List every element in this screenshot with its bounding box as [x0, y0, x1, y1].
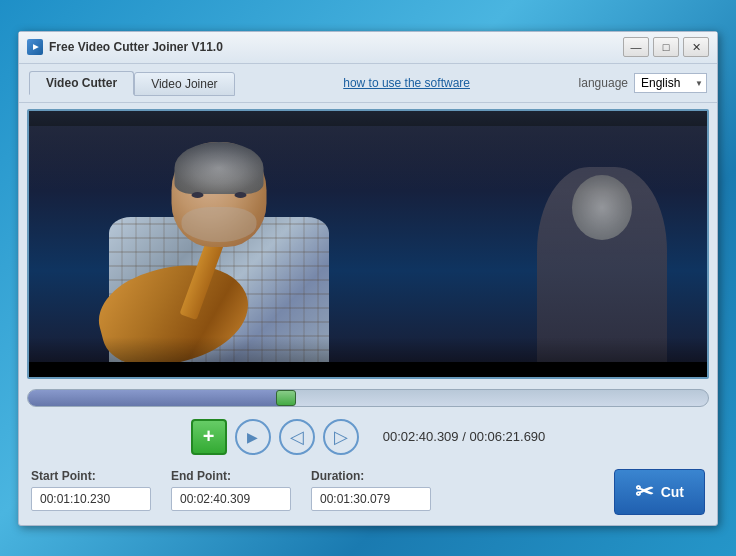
seek-bar-track[interactable]: [27, 389, 709, 407]
start-point-group: Start Point:: [31, 469, 151, 511]
time-display: 00:02:40.309 / 00:06:21.690: [383, 429, 546, 444]
cut-label: Cut: [661, 484, 684, 500]
current-time: 00:02:40.309: [383, 429, 459, 444]
language-label: language: [579, 76, 628, 90]
end-point-group: End Point:: [171, 469, 291, 511]
beard: [182, 207, 257, 242]
controls-row: + ▶ ◁ ▷ 00:02:40.309 / 00:06:21.690: [19, 411, 717, 463]
scissors-icon: ✂: [635, 479, 653, 505]
language-select[interactable]: English Chinese Spanish French German: [634, 73, 707, 93]
toolbar: Video Cutter Video Joiner how to use the…: [19, 64, 717, 103]
left-eye: [192, 192, 204, 198]
main-window: ▶ Free Video Cutter Joiner V11.0 — □ ✕ V…: [18, 31, 718, 526]
end-point-label: End Point:: [171, 469, 291, 483]
title-bar: ▶ Free Video Cutter Joiner V11.0 — □ ✕: [19, 32, 717, 64]
maximize-button[interactable]: □: [653, 37, 679, 57]
info-row: Start Point: End Point: Duration: ✂ Cut: [19, 463, 717, 525]
window-controls: — □ ✕: [623, 37, 709, 57]
duration-label: Duration:: [311, 469, 431, 483]
total-time: 00:06:21.690: [469, 429, 545, 444]
end-point-input[interactable]: [171, 487, 291, 511]
add-button[interactable]: +: [191, 419, 227, 455]
letterbox-bottom: [29, 362, 707, 377]
tab-video-joiner[interactable]: Video Joiner: [134, 72, 235, 96]
help-link[interactable]: how to use the software: [235, 76, 579, 90]
mark-out-icon: ▷: [334, 426, 348, 448]
duration-group: Duration:: [311, 469, 431, 511]
video-preview: [27, 109, 709, 379]
mark-in-icon: ◁: [290, 426, 304, 448]
seek-bar-thumb[interactable]: [276, 390, 296, 406]
duration-input[interactable]: [311, 487, 431, 511]
close-button[interactable]: ✕: [683, 37, 709, 57]
seek-bar-area: [19, 385, 717, 411]
mark-in-button[interactable]: ◁: [279, 419, 315, 455]
play-button[interactable]: ▶: [235, 419, 271, 455]
video-frame: [29, 111, 707, 377]
start-point-label: Start Point:: [31, 469, 151, 483]
minimize-button[interactable]: —: [623, 37, 649, 57]
window-title: Free Video Cutter Joiner V11.0: [49, 40, 623, 54]
app-icon: ▶: [27, 39, 43, 55]
play-icon: ▶: [247, 429, 258, 445]
right-eye: [235, 192, 247, 198]
cut-button[interactable]: ✂ Cut: [614, 469, 705, 515]
language-area: language English Chinese Spanish French …: [579, 73, 707, 93]
language-select-wrapper: English Chinese Spanish French German: [634, 73, 707, 93]
start-point-input[interactable]: [31, 487, 151, 511]
seek-bar-fill: [28, 390, 286, 406]
tab-video-cutter[interactable]: Video Cutter: [29, 71, 134, 95]
time-separator: /: [459, 429, 470, 444]
top-vignette: [29, 111, 707, 191]
mark-out-button[interactable]: ▷: [323, 419, 359, 455]
